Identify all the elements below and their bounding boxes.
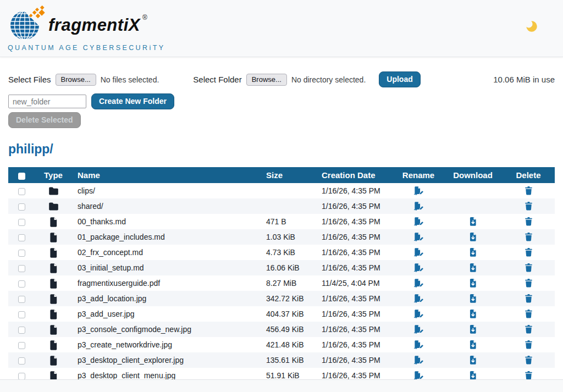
delete-button[interactable]	[522, 184, 535, 197]
table-row: p3_add_user.jpg 404.37 KiB 1/16/26, 4:35…	[8, 306, 555, 322]
file-pen-icon	[413, 339, 424, 350]
table-row: 02_frx_concept.md 4.73 KiB 1/16/26, 4:35…	[8, 245, 555, 260]
download-button[interactable]	[467, 323, 479, 335]
file-pen-icon	[413, 247, 424, 257]
select-all-checkbox[interactable]	[18, 173, 25, 180]
file-arrow-down-icon	[468, 216, 478, 227]
row-size: 4.73 KiB	[258, 245, 313, 260]
file-pen-icon	[413, 278, 424, 288]
rename-button[interactable]	[412, 292, 425, 305]
file-icon	[35, 355, 72, 366]
file-icon	[35, 247, 72, 258]
trash-icon	[523, 216, 534, 227]
rename-button[interactable]	[412, 184, 425, 197]
file-arrow-down-icon	[468, 324, 478, 334]
rename-button[interactable]	[412, 261, 425, 274]
file-arrow-down-icon	[468, 355, 478, 365]
select-folder-label: Select Folder	[193, 75, 241, 84]
row-size: 16.06 KiB	[258, 260, 313, 275]
row-checkbox[interactable]	[18, 357, 25, 365]
row-checkbox[interactable]	[18, 311, 25, 318]
column-header-size: Size	[258, 167, 313, 183]
row-date: 1/16/26, 4:35 PM	[313, 198, 393, 214]
delete-button[interactable]	[522, 215, 535, 228]
select-folder-group: Select Folder Browse... No directory sel…	[193, 74, 366, 86]
delete-button[interactable]	[522, 277, 535, 289]
create-folder-button[interactable]: Create New Folder	[91, 93, 174, 109]
rename-button[interactable]	[412, 277, 425, 289]
globe-icon	[8, 5, 47, 43]
new-folder-input[interactable]	[8, 95, 86, 108]
delete-button[interactable]	[522, 246, 535, 258]
row-checkbox[interactable]	[18, 296, 25, 303]
rename-button[interactable]	[412, 230, 425, 243]
rename-button[interactable]	[412, 200, 425, 212]
select-files-group: Select Files Browse... No files selected…	[8, 74, 159, 86]
delete-button[interactable]	[522, 323, 535, 335]
download-button[interactable]	[467, 307, 479, 320]
delete-button[interactable]	[522, 200, 535, 212]
row-checkbox[interactable]	[18, 265, 25, 272]
rename-button[interactable]	[412, 215, 425, 228]
download-button[interactable]	[467, 292, 479, 305]
trash-icon	[523, 262, 534, 273]
delete-selected-button[interactable]: Delete Selected	[8, 112, 81, 128]
delete-button[interactable]	[522, 230, 535, 243]
row-name[interactable]: shared/	[78, 202, 103, 211]
row-checkbox[interactable]	[18, 373, 25, 380]
download-button[interactable]	[467, 354, 479, 366]
file-table-header: Type Name Size Creation Date Rename Down…	[8, 167, 555, 183]
rename-button[interactable]	[412, 246, 425, 258]
table-row: 03_initial_setup.md 16.06 KiB 1/16/26, 4…	[8, 260, 555, 275]
row-checkbox[interactable]	[18, 342, 25, 349]
rename-button[interactable]	[412, 323, 425, 335]
row-checkbox[interactable]	[18, 203, 25, 211]
row-checkbox[interactable]	[18, 250, 25, 257]
download-button[interactable]	[467, 261, 479, 274]
file-pen-icon	[413, 355, 424, 365]
row-size: 342.72 KiB	[258, 291, 313, 306]
rename-button[interactable]	[412, 307, 425, 320]
upload-button[interactable]: Upload	[379, 71, 420, 87]
browse-folder-button[interactable]: Browse...	[246, 74, 287, 86]
rename-button[interactable]	[412, 354, 425, 366]
download-button[interactable]	[467, 338, 479, 351]
trash-icon	[523, 201, 534, 211]
row-checkbox[interactable]	[18, 327, 25, 334]
file-pen-icon	[413, 231, 424, 242]
theme-toggle-button[interactable]	[522, 17, 541, 36]
file-icon	[35, 278, 72, 289]
download-button[interactable]	[467, 246, 479, 258]
download-button[interactable]	[467, 277, 479, 289]
file-arrow-down-icon	[468, 308, 478, 319]
rename-button[interactable]	[412, 338, 425, 351]
delete-button[interactable]	[522, 338, 535, 351]
delete-button[interactable]	[522, 354, 535, 366]
delete-button[interactable]	[522, 261, 535, 274]
no-directory-text: No directory selected.	[291, 75, 366, 84]
table-row: p3_desktop_client_explorer.jpg 135.61 Ki…	[8, 352, 555, 368]
file-icon	[35, 324, 72, 335]
row-size: 421.48 KiB	[258, 337, 313, 352]
new-folder-row: Create New Folder	[8, 93, 555, 109]
storage-usage-text: 10.06 MiB in use	[493, 75, 555, 84]
table-row: 00_thanks.md 471 B 1/16/26, 4:35 PM	[8, 214, 555, 229]
delete-button[interactable]	[522, 307, 535, 320]
download-button[interactable]	[467, 230, 479, 243]
row-checkbox[interactable]	[18, 234, 25, 241]
row-name[interactable]: clips/	[78, 186, 95, 195]
file-arrow-down-icon	[468, 247, 478, 257]
file-arrow-down-icon	[468, 339, 478, 350]
current-path-heading: philipp/	[8, 142, 555, 157]
row-checkbox[interactable]	[18, 219, 25, 226]
row-checkbox[interactable]	[18, 188, 25, 195]
row-size: 1.03 KiB	[258, 229, 313, 245]
row-date: 1/16/26, 4:35 PM	[313, 291, 393, 306]
browse-files-button[interactable]: Browse...	[56, 74, 96, 86]
row-checkbox[interactable]	[18, 280, 25, 288]
download-button[interactable]	[467, 215, 479, 228]
delete-button[interactable]	[522, 292, 535, 305]
row-name: p3_desktop_client_explorer.jpg	[78, 356, 184, 365]
row-name: 03_initial_setup.md	[78, 263, 144, 272]
trash-icon	[523, 278, 534, 288]
